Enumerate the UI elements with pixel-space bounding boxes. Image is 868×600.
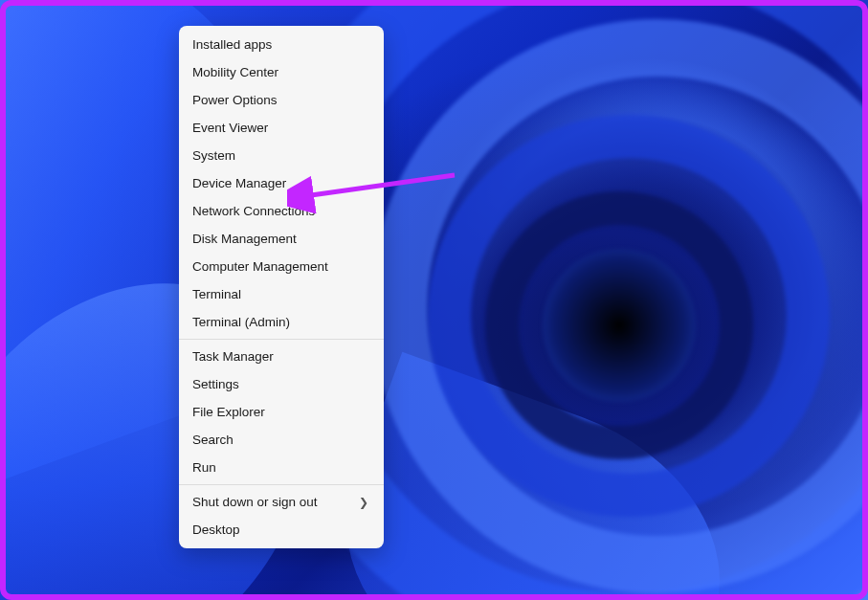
menu-item-installed-apps[interactable]: Installed apps	[179, 31, 384, 58]
menu-item-mobility-center[interactable]: Mobility Center	[179, 58, 384, 86]
winx-context-menu: Installed apps Mobility Center Power Opt…	[179, 26, 384, 548]
menu-item-settings[interactable]: Settings	[179, 370, 384, 398]
menu-item-run[interactable]: Run	[179, 454, 384, 481]
menu-item-task-manager[interactable]: Task Manager	[179, 343, 384, 370]
menu-item-device-manager[interactable]: Device Manager	[179, 169, 384, 197]
menu-item-terminal-admin[interactable]: Terminal (Admin)	[179, 308, 384, 336]
menu-item-desktop[interactable]: Desktop	[179, 516, 384, 544]
menu-item-file-explorer[interactable]: File Explorer	[179, 398, 384, 426]
menu-item-search[interactable]: Search	[179, 426, 384, 454]
menu-item-power-options[interactable]: Power Options	[179, 86, 384, 114]
menu-separator	[179, 339, 384, 340]
menu-item-event-viewer[interactable]: Event Viewer	[179, 114, 384, 142]
menu-separator	[179, 484, 384, 485]
chevron-right-icon: ❯	[359, 496, 368, 509]
menu-item-system[interactable]: System	[179, 142, 384, 169]
menu-item-computer-management[interactable]: Computer Management	[179, 253, 384, 280]
menu-item-network-connections[interactable]: Network Connections	[179, 197, 384, 225]
menu-item-terminal[interactable]: Terminal	[179, 280, 384, 308]
menu-item-disk-management[interactable]: Disk Management	[179, 225, 384, 253]
menu-item-shut-down-sign-out[interactable]: Shut down or sign out ❯	[179, 488, 384, 516]
desktop-wallpaper	[0, 0, 868, 600]
